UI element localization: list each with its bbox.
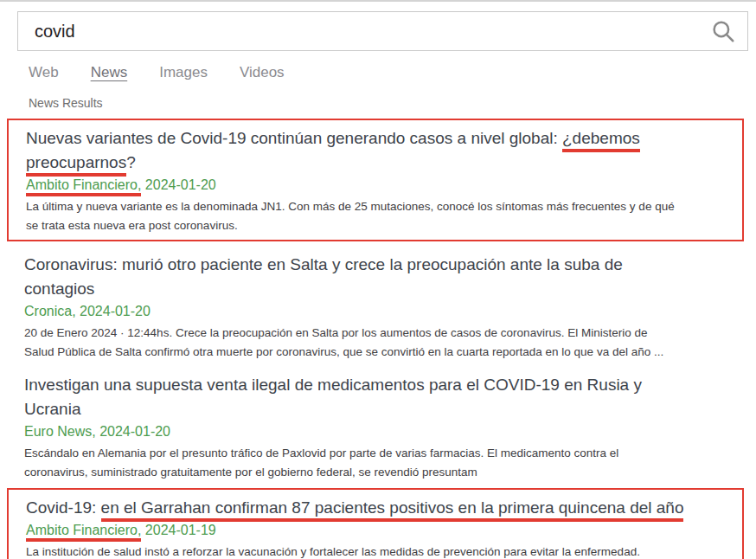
result-snippet: La institución de salud instó a reforzar…: [26, 543, 735, 559]
source-name: Cronica,: [24, 304, 76, 318]
results-section-label: News Results: [29, 96, 756, 110]
title-text: Nuevas variantes de Covid-19 continúan g…: [26, 129, 562, 147]
tab-web[interactable]: Web: [29, 64, 59, 81]
news-result-1: Nuevas variantes de Covid-19 continúan g…: [7, 119, 744, 241]
search-input[interactable]: [18, 22, 710, 42]
result-source: Euro News, 2024-01-20: [24, 423, 744, 440]
source-name: Euro News,: [24, 424, 96, 439]
result-source: Cronica, 2024-01-20: [24, 303, 744, 320]
result-title[interactable]: Coronavirus: murió otro paciente en Salt…: [24, 253, 727, 301]
result-title[interactable]: Nuevas variantes de Covid-19 continúan g…: [26, 126, 728, 175]
tab-news[interactable]: News: [91, 64, 128, 81]
search-icon[interactable]: [710, 18, 736, 44]
result-title[interactable]: Covid-19: en el Garrahan confirman 87 pa…: [26, 496, 728, 520]
source-date: 2024-01-20: [99, 424, 170, 439]
red-underlined-text: en el Garrahan confirman 87 pacientes po…: [101, 498, 684, 522]
result-title[interactable]: Investigan una supuesta venta ilegal de …: [24, 373, 727, 421]
source-date: 2024-01-19: [145, 523, 216, 537]
news-result-4: Covid-19: en el Garrahan confirman 87 pa…: [7, 488, 744, 559]
title-text: Investigan una supuesta venta ilegal de …: [24, 376, 642, 394]
result-snippet: Escándalo en Alemania por el presunto tr…: [24, 444, 742, 482]
source-name: Ambito Financiero,: [26, 523, 141, 542]
source-date: 2024-01-20: [145, 177, 216, 192]
tab-bar: Web News Images Videos: [29, 64, 756, 81]
source-name: Ambito Financiero,: [26, 177, 141, 196]
result-source: Ambito Financiero, 2024-01-20: [26, 177, 735, 194]
tab-images[interactable]: Images: [159, 64, 208, 81]
title-text: Covid-19:: [26, 498, 101, 517]
title-text: ?: [126, 153, 136, 171]
news-result-2: Coronavirus: murió otro paciente en Salt…: [24, 253, 744, 362]
title-text: Ucrania: [24, 400, 80, 418]
search-bar: [17, 11, 748, 51]
result-source: Ambito Financiero, 2024-01-19: [26, 522, 735, 539]
title-text: contagios: [24, 280, 94, 298]
result-snippet: La última y nueva variante es la denomin…: [26, 197, 735, 235]
results-list: Nuevas variantes de Covid-19 continúan g…: [0, 119, 756, 559]
title-text: Coronavirus: murió otro paciente en Salt…: [24, 255, 623, 273]
news-result-3: Investigan una supuesta venta ilegal de …: [24, 373, 744, 482]
result-snippet: 20 de Enero 2024 · 12:44hs. Crece la pre…: [24, 324, 742, 362]
red-underlined-text: preocuparnos: [26, 153, 126, 177]
tab-videos[interactable]: Videos: [240, 64, 285, 81]
red-underlined-text: ¿debemos: [562, 129, 640, 152]
source-date: 2024-01-20: [80, 304, 151, 318]
